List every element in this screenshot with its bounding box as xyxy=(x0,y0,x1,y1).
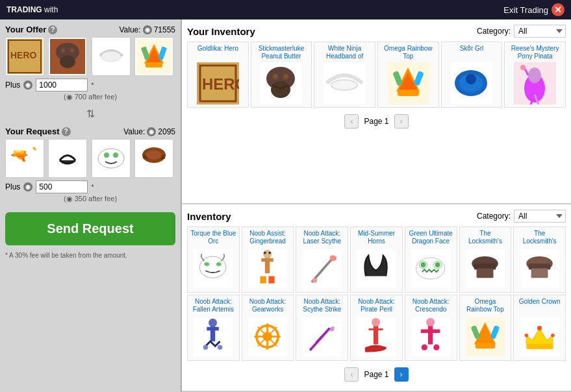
offer-item-3[interactable] xyxy=(92,37,131,76)
request-item-1[interactable]: 🔫 xyxy=(5,139,44,178)
request-item-3[interactable] xyxy=(92,139,131,178)
your-request-section: Your Request ? Value: ◉ 2095 🔫 xyxy=(5,127,175,203)
offer-help-icon[interactable]: ? xyxy=(48,25,57,34)
your-inv-next-btn[interactable]: › xyxy=(394,114,409,129)
request-value-display: Value: ◉ 2095 xyxy=(123,127,175,136)
offer-item-4[interactable] xyxy=(134,37,173,76)
offer-max-btn[interactable]: * xyxy=(91,81,94,89)
request-amount-input[interactable] xyxy=(36,180,88,193)
request-items-grid: 🔫 xyxy=(5,139,175,178)
svg-point-74 xyxy=(416,257,445,278)
their-inv-item-13[interactable]: Omega Rainbow Top xyxy=(459,295,512,361)
svg-rect-66 xyxy=(260,276,266,283)
svg-rect-13 xyxy=(146,62,162,67)
offer-amount-input[interactable] xyxy=(36,79,88,92)
their-inventory-title: Inventory xyxy=(187,211,231,222)
your-inventory-title: Your Inventory xyxy=(187,26,255,37)
their-inv-page-label: Page 1 xyxy=(364,370,388,379)
svg-text:🔫: 🔫 xyxy=(10,147,29,164)
request-title: Your Request xyxy=(5,127,60,136)
svg-point-112 xyxy=(433,344,439,350)
your-inv-item-3[interactable]: White Ninja Headband of xyxy=(314,42,375,108)
their-inv-item-5[interactable]: Green Ultimate Dragon Face xyxy=(405,227,457,293)
robux-icon-offer-plus: ◉ xyxy=(23,80,32,90)
send-request-button[interactable]: Send Request xyxy=(5,212,175,245)
svg-point-120 xyxy=(537,325,541,330)
your-inv-item-6-img xyxy=(514,62,556,104)
svg-rect-67 xyxy=(268,276,274,283)
your-inv-item-5-name: Sk8r Grl xyxy=(460,45,484,60)
their-inv-item-10[interactable]: Noob Attack: Scythe Strike xyxy=(296,295,348,361)
offer-item-1[interactable]: HERO xyxy=(5,37,44,76)
offer-title: Your Offer xyxy=(5,25,46,34)
their-inv-next-btn[interactable]: › xyxy=(394,367,409,382)
svg-rect-86 xyxy=(531,268,548,278)
their-inv-item-11[interactable]: Noob Attack: Pirate Peril xyxy=(350,295,403,361)
your-inventory-category-select[interactable]: All Hats Faces Gear xyxy=(514,25,566,38)
svg-rect-72 xyxy=(357,249,396,288)
svg-point-9 xyxy=(101,51,121,62)
svg-point-6 xyxy=(61,49,65,53)
your-inv-item-6[interactable]: Reese's Mystery Pony Pinata xyxy=(504,42,566,108)
your-inv-item-5[interactable]: Sk8r Grl xyxy=(441,42,503,108)
your-inv-item-1[interactable]: Goldlika: Hero HERO xyxy=(187,42,249,108)
robux-icon-request-plus: ◉ xyxy=(23,182,32,191)
their-inventory-category-select[interactable]: All Hats Faces Gear xyxy=(514,210,566,223)
request-help-icon[interactable]: ? xyxy=(62,127,71,136)
offer-value-display: Value: ◉ 71555 xyxy=(119,25,175,34)
your-inv-item-3-name: White Ninja Headband of xyxy=(317,45,372,60)
their-inv-item-9[interactable]: Noob Attack: Gearworks xyxy=(242,295,294,361)
offer-header: Your Offer ? Value: ◉ 71555 xyxy=(5,25,175,34)
offer-fee-note: (◉ 700 after fee) xyxy=(5,93,175,101)
your-inventory-section: Your Inventory Category: All Hats Faces … xyxy=(182,19,571,204)
exit-trading-button[interactable]: Exit Trading ✕ xyxy=(503,3,565,16)
your-inv-item-4[interactable]: Omega Rainbow Top xyxy=(377,42,439,108)
their-inv-prev-btn[interactable]: ‹ xyxy=(344,367,359,382)
svg-point-22 xyxy=(104,153,109,158)
your-inv-prev-btn[interactable]: ‹ xyxy=(344,114,359,129)
offer-item-2[interactable] xyxy=(48,37,87,76)
robux-icon-request: ◉ xyxy=(147,127,156,136)
request-max-btn[interactable]: * xyxy=(91,183,94,191)
svg-rect-19 xyxy=(50,141,85,176)
your-inv-item-3-img xyxy=(324,62,366,104)
request-item-4[interactable] xyxy=(134,139,173,178)
your-inv-item-4-name: Omega Rainbow Top xyxy=(381,45,436,60)
svg-point-27 xyxy=(146,151,162,160)
their-inv-item-3[interactable]: Noob Attack: Laser Scythe xyxy=(296,227,348,293)
your-inventory-header: Your Inventory Category: All Hats Faces … xyxy=(187,25,566,38)
their-inv-item-1[interactable]: Torque the Blue Orc xyxy=(187,227,240,293)
request-header: Your Request ? Value: ◉ 2095 xyxy=(5,127,175,136)
their-inv-item-6[interactable]: The Locksmith's xyxy=(459,227,512,293)
svg-text:HERO: HERO xyxy=(10,50,37,60)
offer-items-grid: HERO xyxy=(5,37,175,76)
their-inv-item-14[interactable]: Golden Crown xyxy=(513,295,566,361)
robux-icon-offer: ◉ xyxy=(143,25,152,34)
trading-title: TRADING with xyxy=(6,5,58,14)
svg-rect-89 xyxy=(207,326,219,330)
svg-point-91 xyxy=(203,345,208,349)
their-inv-item-8[interactable]: Noob Attack: Fallen Artemis xyxy=(187,295,240,361)
svg-point-121 xyxy=(524,333,528,337)
svg-rect-115 xyxy=(476,343,495,348)
your-inv-item-4-img xyxy=(387,62,429,104)
their-inv-item-12[interactable]: Noob Attack: Crescendo xyxy=(405,295,457,361)
right-panel: Your Inventory Category: All Hats Faces … xyxy=(182,19,571,392)
your-inv-item-2-img xyxy=(260,62,302,104)
svg-rect-62 xyxy=(261,258,273,262)
exit-icon: ✕ xyxy=(552,3,565,16)
svg-point-33 xyxy=(271,81,290,98)
their-inv-item-4[interactable]: Mid-Summer Horns xyxy=(350,227,403,293)
your-inv-item-2[interactable]: Stickmasterluke Peanut Butter xyxy=(251,42,312,108)
request-plus-row: Plus ◉ * xyxy=(5,180,175,193)
request-item-2[interactable] xyxy=(48,139,87,178)
your-inventory-grid: Goldlika: Hero HERO Stickmasterluke Pean… xyxy=(187,42,566,108)
svg-text:HERO: HERO xyxy=(202,75,239,93)
svg-point-37 xyxy=(331,80,357,90)
their-inventory-grid: Torque the Blue Orc xyxy=(187,227,566,361)
their-inv-item-2[interactable]: Noob Assist: Gingerbread xyxy=(242,227,294,293)
their-inv-item-7[interactable]: The Locksmith's xyxy=(513,227,566,293)
svg-point-70 xyxy=(329,255,335,261)
svg-point-50 xyxy=(528,67,541,83)
your-inventory-category: Category: All Hats Faces Gear xyxy=(477,25,566,38)
